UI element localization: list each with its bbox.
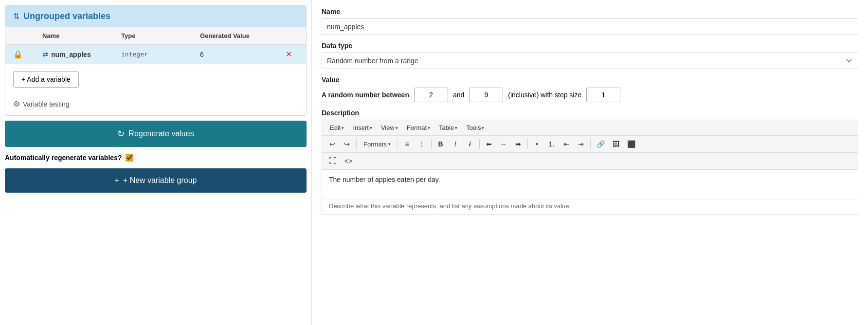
outdent-button[interactable]: ⇤ [560,138,573,150]
italic-button[interactable]: I [449,138,462,150]
chevron-down-icon: ▾ [388,142,391,146]
ordered-list-button[interactable]: 1. [545,138,558,150]
variable-name: ⇄ num_apples [42,51,121,58]
editor-hint-text: Describe what this variable represents, … [322,199,858,215]
sort-icon: ⇅ [13,12,19,21]
random-range-row: A random number between and (inclusive) … [322,88,858,102]
indent-button[interactable]: ⇥ [575,138,587,150]
variable-type: integer [121,51,200,58]
range-from-input[interactable] [414,88,448,102]
ungrouped-header: ⇅ Ungrouped variables [5,5,306,27]
data-type-label: Data type [322,42,858,50]
toolbar-separator-1 [356,139,357,149]
toolbar-separator-3 [431,139,432,149]
chevron-down-icon: ▾ [342,126,344,130]
name-label: Name [322,8,858,16]
range-to-input[interactable] [469,88,503,102]
align-right-button[interactable]: ➡ [512,138,524,150]
menu-insert[interactable]: Insert ▾ [349,122,376,133]
variable-row[interactable]: 🔒 ⇄ num_apples integer 6 ✕ [5,45,306,64]
col-name: Name [42,32,121,39]
auto-regenerate-label: Automatically regenerate variables? [5,154,122,162]
variable-testing-link[interactable]: ⚙ Variable testing [5,94,306,115]
range-inclusive-text: (inclusive) with step size [508,91,581,99]
cog-icon: ⚙ [13,99,20,108]
shuffle-icon: ⇄ [42,51,48,58]
unordered-list-button[interactable]: • [531,138,543,150]
align-left-button[interactable]: ⬅ [483,138,495,150]
editor-toolbar-row2: ⛶ <> [322,153,858,170]
editor-content-area[interactable]: The number of apples eaten per day. [322,170,858,199]
formats-button[interactable]: Formats ▾ [360,139,395,150]
range-prefix: A random number between [322,91,409,99]
auto-regenerate-row: Automatically regenerate variables? [5,152,307,163]
chevron-down-icon: ▾ [455,126,457,130]
fullscreen-button[interactable]: ⛶ [326,155,340,167]
chevron-down-icon: ▾ [428,126,430,130]
editor-toolbar-row1: ↩ ↪ Formats ▾ ≡ ⋮ B I I ⬅ ↔ ➡ • [322,136,858,153]
menu-view[interactable]: View ▾ [377,122,402,133]
step-size-input[interactable] [586,88,620,102]
col-icon [13,32,42,39]
left-panel: ⇅ Ungrouped variables Name Type Generate… [0,0,311,325]
menu-table[interactable]: Table ▾ [435,122,461,133]
description-section: Description Edit ▾ Insert ▾ View ▾ Forma… [322,109,858,215]
menu-format[interactable]: Format ▾ [403,122,434,133]
value-section: Value A random number between and (inclu… [322,76,858,102]
col-type: Type [121,32,200,39]
new-group-label: + New variable group [123,176,197,185]
media-button[interactable]: ⬛ [624,138,638,150]
toolbar-separator-6 [590,139,591,149]
regenerate-label: Regenerate values [128,129,194,138]
editor-menu-bar: Edit ▾ Insert ▾ View ▾ Format ▾ Table [322,120,858,136]
data-type-field-group: Data type Random number from a range [322,42,858,69]
code-view-button[interactable]: <> [342,155,355,167]
variable-value: 6 [200,51,279,58]
chevron-down-icon: ▾ [396,126,398,130]
bold-button[interactable]: B [434,138,447,150]
ungrouped-title: Ungrouped variables [23,11,110,21]
table-header: Name Type Generated Value [5,27,306,45]
name-field-group: Name [322,8,858,35]
toolbar-separator-4 [479,139,480,149]
new-variable-group-button[interactable]: + + New variable group [5,168,307,193]
chevron-down-icon: ▾ [482,126,484,130]
chevron-down-icon: ▾ [370,126,372,130]
lock-icon: 🔒 [13,50,42,59]
variable-testing-label: Variable testing [23,100,69,108]
value-label: Value [322,76,858,84]
name-input[interactable] [322,18,858,35]
redo-button[interactable]: ↪ [341,138,353,150]
add-variable-button[interactable]: + Add a variable [13,71,79,88]
description-editor: Edit ▾ Insert ▾ View ▾ Format ▾ Table [322,120,858,215]
strikethrough-button[interactable]: I [464,138,476,150]
toolbar-separator-5 [527,139,528,149]
plus-icon: + [115,176,119,185]
col-action [279,32,298,39]
image-button[interactable]: 🖼 [610,138,622,150]
regenerate-values-button[interactable]: ↻ Regenerate values [5,121,307,147]
align-center-button[interactable]: ↔ [497,138,510,150]
link-button[interactable]: 🔗 [594,138,608,150]
menu-tools[interactable]: Tools ▾ [462,122,488,133]
col-value: Generated Value [200,32,279,39]
right-panel: Name Data type Random number from a rang… [311,0,868,325]
bullet-list-button[interactable]: ≡ [401,138,414,150]
numbered-list-button[interactable]: ⋮ [416,138,428,150]
menu-edit[interactable]: Edit ▾ [326,122,348,133]
ungrouped-section: ⇅ Ungrouped variables Name Type Generate… [5,5,307,116]
auto-regenerate-checkbox[interactable] [126,154,133,162]
range-and-text: and [453,91,464,99]
description-label: Description [322,109,858,117]
refresh-icon: ↻ [117,128,125,139]
delete-variable-button[interactable]: ✕ [279,50,298,59]
toolbar-separator-2 [398,139,398,149]
add-variable-area: + Add a variable [5,64,306,94]
data-type-select[interactable]: Random number from a range [322,53,858,69]
undo-button[interactable]: ↩ [326,138,339,150]
